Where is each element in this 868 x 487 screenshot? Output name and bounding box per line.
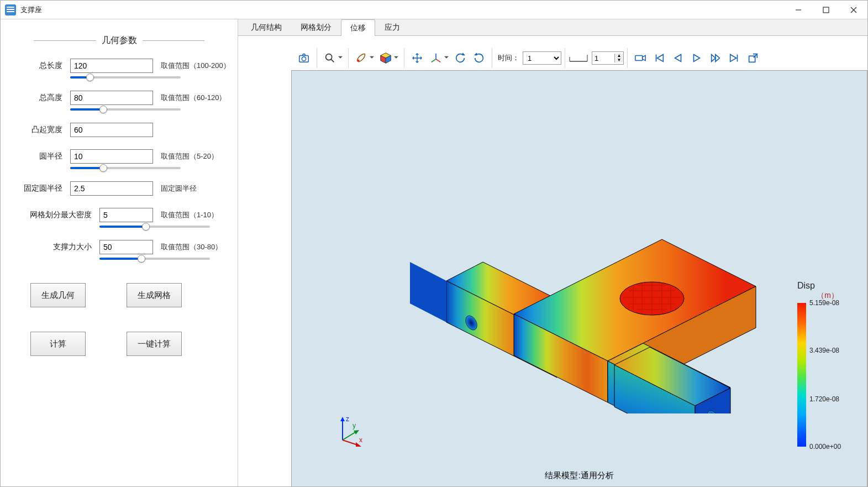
param-row-0: 总长度取值范围（100-200） [12,59,227,73]
tab-3[interactable]: 应力 [375,19,409,35]
tab-0[interactable]: 几何结构 [241,19,291,35]
svg-point-8 [357,59,359,61]
param-slider-5[interactable] [99,226,210,228]
tab-2[interactable]: 位移 [341,19,375,36]
parameter-group-header: 几何参数 [34,35,204,46]
svg-marker-24 [657,55,663,62]
param-hint: 取值范围（30-80） [161,242,227,252]
param-row-5: 网格划分最大密度取值范围（1-10） [12,208,227,222]
param-label: 凸起宽度 [12,125,62,135]
param-slider-0[interactable] [70,76,181,78]
param-slider-1[interactable] [70,108,181,111]
svg-marker-81 [340,417,345,421]
svg-marker-29 [730,55,737,62]
action-buttons: 生成几何 生成网格 计算 一键计算 [12,283,227,356]
tab-1[interactable]: 网格划分 [291,19,341,35]
camera-icon[interactable] [294,49,313,67]
legend-tick: 3.439e-08 [809,347,839,354]
result-viewport[interactable]: z y x Disp （m） 5.159e-08 [291,70,867,486]
color-legend: Disp （m） 5.159e-083.439e-081.720e-080.00… [797,281,858,447]
param-input-1[interactable] [70,91,153,105]
param-row-4: 固定圆半径固定圆半径 [12,181,227,196]
compute-button[interactable]: 计算 [30,332,86,356]
svg-rect-22 [635,55,643,60]
first-frame-icon[interactable] [650,49,669,67]
transform-axis-icon[interactable] [427,49,451,67]
minimize-button[interactable] [785,1,812,19]
svg-line-17 [436,59,440,62]
title-bar: 支撑座 [1,1,867,19]
param-input-5[interactable] [99,208,153,222]
frame-down[interactable]: ▼ [614,58,623,62]
param-hint: 取值范围（5-20） [161,151,227,161]
svg-marker-35 [410,262,446,322]
param-label: 固定圆半径 [12,184,62,193]
svg-point-5 [302,57,306,61]
pan-move-icon[interactable] [408,49,427,67]
svg-line-18 [432,59,436,62]
model-render [369,154,767,413]
group-title: 几何参数 [102,35,137,46]
svg-marker-27 [712,55,716,62]
window-title: 支撑座 [20,5,42,15]
legend-bar [797,303,806,447]
param-row-2: 凸起宽度 [12,123,227,137]
close-button[interactable] [840,1,867,19]
param-slider-6[interactable] [99,258,210,260]
param-row-1: 总高度取值范围（60-120） [12,91,227,105]
viewer-toolbar: 时间： 1 ▲▼ [238,46,867,70]
one-click-compute-button[interactable]: 一键计算 [127,332,182,356]
tab-strip: 几何结构网格划分位移应力 [238,19,867,36]
param-label: 支撑力大小 [12,242,92,252]
legend-title: Disp [797,281,858,291]
param-input-0[interactable] [70,59,153,73]
param-label: 网格划分最大密度 [12,210,92,220]
parameter-panel: 几何参数 总长度取值范围（100-200）总高度取值范围（60-120）凸起宽度… [1,19,238,486]
param-hint: 取值范围（60-120） [161,93,227,103]
param-row-3: 圆半径取值范围（5-20） [12,149,227,164]
param-hint: 固定圆半径 [161,184,227,193]
app-icon [5,4,16,15]
svg-rect-1 [823,7,829,13]
svg-text:z: z [346,415,349,423]
viewer-area: 几何结构网格划分位移应力 [238,19,867,486]
svg-marker-25 [675,55,681,62]
play-fast-icon[interactable] [706,49,725,67]
param-label: 总高度 [12,93,62,103]
svg-line-7 [331,59,334,62]
rotate-left-icon[interactable] [451,49,470,67]
rubiks-cube-icon[interactable] [376,49,401,67]
legend-ticks: 5.159e-083.439e-081.720e-080.000e+00 [809,303,858,447]
param-input-6[interactable] [99,240,153,254]
time-select[interactable]: 1 [523,51,561,65]
param-input-2[interactable] [70,123,153,137]
export-icon[interactable] [744,49,762,67]
axis-triad: z y x [335,415,368,448]
play-icon[interactable] [687,49,706,67]
param-input-3[interactable] [70,149,153,164]
frame-input[interactable] [592,52,614,64]
frame-spinner[interactable]: ▲▼ [592,51,624,65]
prev-frame-icon[interactable] [669,49,687,67]
param-slider-3[interactable] [70,167,181,169]
param-label: 圆半径 [12,151,62,161]
rotate-right-icon[interactable] [470,49,488,67]
model-caption: 结果模型:通用分析 [545,470,613,481]
last-frame-icon[interactable] [725,49,744,67]
generate-mesh-button[interactable]: 生成网格 [127,283,182,307]
param-row-6: 支撑力大小取值范围（30-80） [12,240,227,254]
generate-geometry-button[interactable]: 生成几何 [30,283,86,307]
time-label: 时间： [498,53,519,63]
legend-tick: 5.159e-08 [809,299,839,307]
svg-text:y: y [353,422,356,430]
param-input-4[interactable] [70,181,153,196]
svg-point-6 [326,54,332,60]
record-icon[interactable] [631,49,650,67]
param-label: 总长度 [12,61,62,71]
scale-ruler-icon [569,53,588,64]
zoom-search-icon[interactable] [320,49,345,67]
maximize-button[interactable] [812,1,840,19]
brush-palette-icon[interactable] [352,49,376,67]
param-hint: 取值范围（1-10） [161,210,227,220]
app-window: 支撑座 几何参数 总长度取值范围（100-200）总高度取值范围（60-120）… [0,0,868,487]
